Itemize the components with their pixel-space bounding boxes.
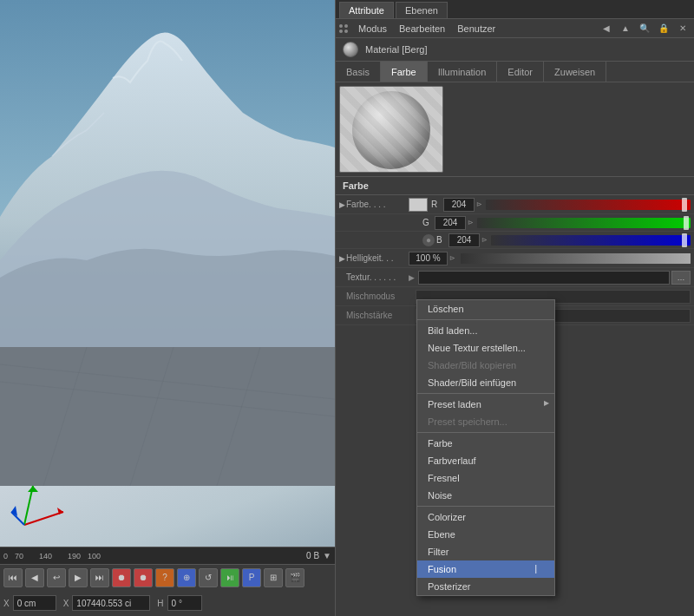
transport-bar: ⏮ ◀ ↩ ▶ ⏭ ⏺ ⏺ ? ⊕ ↺ ⏯ P ⊞ 🎬 <box>0 564 335 590</box>
transport-help[interactable]: ? <box>155 568 174 587</box>
farbe-section-header: Farbe <box>336 177 694 195</box>
textur-arrow[interactable]: ▶ <box>409 273 415 282</box>
dot2 <box>344 24 348 28</box>
panel-back-btn[interactable]: ◀ <box>599 21 614 36</box>
transport-next[interactable]: ▶ <box>69 568 88 587</box>
subtab-zuweisen[interactable]: Zuweisen <box>544 62 606 82</box>
transport-grid[interactable]: ⊞ <box>264 568 283 587</box>
ctx-filter[interactable]: Filter <box>417 543 554 560</box>
transport-rotate[interactable]: ↺ <box>199 568 218 587</box>
hell-collapse[interactable]: ▶ <box>339 254 346 263</box>
timeline: 0 70 140 190 100 0 B ▼ <box>0 547 335 564</box>
panel-search-btn[interactable]: 🔍 <box>637 21 652 36</box>
subtab-editor[interactable]: Editor <box>497 62 544 82</box>
ctx-farbverlauf[interactable]: Farbverlauf <box>417 452 554 469</box>
subtab-basis[interactable]: Basis <box>336 62 381 82</box>
pos-values-bar: X X H <box>0 590 335 616</box>
transport-end[interactable]: ⏭ <box>90 568 109 587</box>
cursor-indicator: | <box>534 564 537 573</box>
viewport[interactable]: 0 70 140 190 100 0 B ▼ ⏮ ◀ ↩ ▶ ⏭ ⏺ ⏺ ? ⊕… <box>0 0 335 616</box>
r-label: R <box>431 200 443 209</box>
r-value[interactable] <box>443 198 475 212</box>
transport-film[interactable]: 🎬 <box>285 568 304 587</box>
hell-bar <box>461 253 691 264</box>
ctx-ebene[interactable]: Ebene <box>417 526 554 543</box>
farbe-prop-row: ▶ Farbe. . . . R ⊳ <box>336 195 694 214</box>
g-arrow[interactable]: ⊳ <box>468 219 474 226</box>
dot1 <box>339 24 343 28</box>
b-arrow[interactable]: ⊳ <box>481 236 488 244</box>
transport-add[interactable]: ⊕ <box>177 568 196 587</box>
panel-close-btn[interactable]: ✕ <box>675 21 691 36</box>
material-name: Material [Berg] <box>365 44 428 55</box>
transport-p[interactable]: P <box>242 568 261 587</box>
g-value[interactable] <box>435 216 466 230</box>
timeline-mark2: 140 <box>39 552 52 560</box>
textur-menu-btn[interactable]: … <box>671 271 691 285</box>
ctx-fusion[interactable]: Fusion | <box>417 560 554 578</box>
r-indicator <box>682 198 687 212</box>
ctx-noise[interactable]: Noise <box>417 487 554 504</box>
transport-loop[interactable]: ↩ <box>47 568 66 587</box>
panel-dots <box>339 24 348 33</box>
tab-attribute[interactable]: Attribute <box>339 2 394 18</box>
attribute-panel: Attribute Ebenen Modus Bearbeiten Benutz… <box>335 0 694 616</box>
dot4 <box>344 29 348 33</box>
farbe-collapse[interactable]: ▶ <box>339 200 346 209</box>
hell-value[interactable] <box>409 252 448 265</box>
ctx-shader-kopieren: Shader/Bild kopieren <box>417 357 554 374</box>
x-input[interactable] <box>13 595 56 611</box>
ctx-colorizer[interactable]: Colorizer <box>417 508 554 526</box>
subtab-illumination[interactable]: Illumination <box>428 62 498 82</box>
ctx-farbe[interactable]: Farbe <box>417 435 554 452</box>
menu-benutzer[interactable]: Benutzer <box>452 22 501 36</box>
ctx-sep1 <box>417 319 554 320</box>
panel-lock-btn[interactable]: 🔒 <box>656 21 671 36</box>
b-indicator <box>682 233 687 247</box>
panel-tabs: Attribute Ebenen <box>336 0 694 19</box>
transport-prev[interactable]: ◀ <box>25 568 44 587</box>
g-label: G <box>422 218 435 227</box>
context-menu: Löschen Bild laden... Neue Textur erstel… <box>416 299 555 596</box>
b-bar <box>491 235 691 246</box>
color-swatch[interactable] <box>409 198 428 212</box>
dot3 <box>339 29 343 33</box>
ctx-neue-textur[interactable]: Neue Textur erstellen... <box>417 339 554 357</box>
transport-begin[interactable]: ⏮ <box>3 568 23 587</box>
material-header: Material [Berg] <box>336 38 694 62</box>
x2-input[interactable] <box>72 595 150 611</box>
ctx-fresnel[interactable]: Fresnel <box>417 469 554 487</box>
panel-home-btn[interactable]: ▲ <box>618 21 633 36</box>
transport-record1[interactable]: ⏺ <box>112 568 131 587</box>
ctx-shader-einfugen[interactable]: Shader/Bild einfügen <box>417 374 554 391</box>
helligkeit-row: ▶ Helligkeit. . . ⊳ <box>336 249 694 268</box>
ctx-posterizer[interactable]: Posterizer <box>417 578 554 595</box>
r-arrow[interactable]: ⊳ <box>476 200 482 208</box>
hell-label: Helligkeit. . . <box>346 253 409 263</box>
svg-line-11 <box>11 512 24 525</box>
subtab-farbe[interactable]: Farbe <box>381 62 428 82</box>
mischmodus-label: Mischmodus <box>346 292 416 301</box>
timeline-info: 0 B <box>306 551 319 560</box>
b-circle[interactable]: ● <box>422 234 435 246</box>
g-bar <box>477 218 691 228</box>
ctx-preset-speichern: Preset speichern... <box>417 413 554 430</box>
transport-record2[interactable]: ⏺ <box>134 568 153 587</box>
hell-arrow[interactable]: ⊳ <box>449 254 455 262</box>
tab-ebenen[interactable]: Ebenen <box>396 2 448 18</box>
h-input[interactable] <box>167 595 202 611</box>
b-value[interactable] <box>448 233 480 247</box>
svg-line-7 <box>24 512 63 525</box>
checkerboard-bg <box>340 87 442 172</box>
timeline-scroll[interactable]: ▼ <box>323 551 331 560</box>
material-ball <box>343 42 358 57</box>
menu-bearbeiten[interactable]: Bearbeiten <box>394 22 450 36</box>
b-channel-row: ● B ⊳ <box>336 232 694 249</box>
ctx-preset-laden[interactable]: Preset laden <box>417 396 554 413</box>
ctx-loschen[interactable]: Löschen <box>417 300 554 318</box>
transport-play[interactable]: ⏯ <box>220 568 239 587</box>
ctx-bild-laden[interactable]: Bild laden... <box>417 322 554 339</box>
svg-marker-10 <box>28 486 38 492</box>
ctx-sep3 <box>417 432 554 433</box>
menu-modus[interactable]: Modus <box>353 22 392 36</box>
